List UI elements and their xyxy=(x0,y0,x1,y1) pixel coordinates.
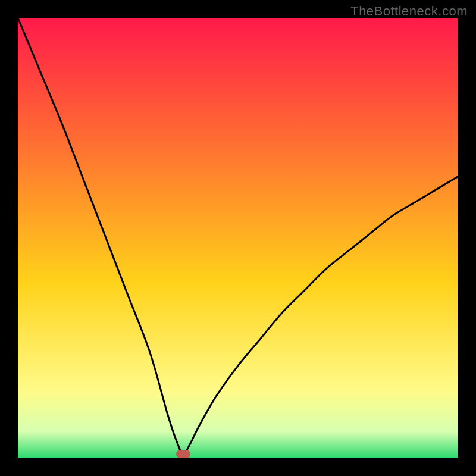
plot-area xyxy=(18,18,458,458)
plot-svg xyxy=(18,18,458,458)
gradient-bg xyxy=(18,18,458,458)
optimum-marker xyxy=(176,450,190,458)
watermark-text: TheBottleneck.com xyxy=(350,4,468,19)
chart-frame: TheBottleneck.com xyxy=(0,0,476,476)
